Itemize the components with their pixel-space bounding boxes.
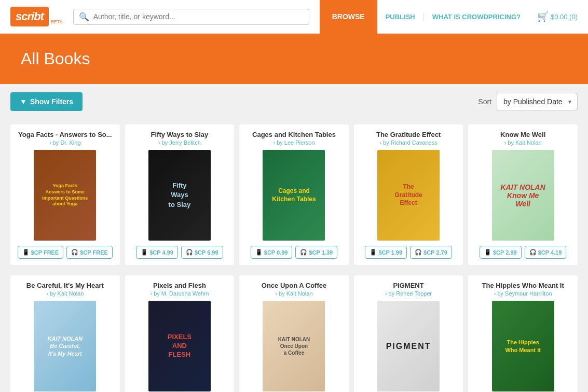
audio-icon: 🎧: [300, 249, 307, 256]
search-input[interactable]: [93, 12, 304, 21]
nav-publish-link[interactable]: PUBLISH: [377, 13, 424, 21]
book-cover-text-1-0: Yoga Facts Answers to Some Important Que…: [38, 179, 92, 212]
filter-icon: ▼: [20, 97, 27, 106]
read-icon: 📱: [370, 249, 377, 256]
beta-badge: BETA: [51, 19, 63, 24]
sort-label: Sort: [478, 97, 491, 106]
author-chevron-icon: ›: [379, 139, 381, 146]
book-title-2-3: PIGMENT: [393, 282, 423, 289]
book-title-1-3: The Gratitude Effect: [376, 131, 441, 138]
show-filters-button[interactable]: ▼ Show Filters: [10, 92, 83, 111]
book-card-1-4: Know Me Well› by Kait NolanKAIT NOLAN Kn…: [468, 124, 578, 265]
book-cover-text-2-1: PIXELS AND FLESH: [168, 333, 192, 359]
author-chevron-icon: ›: [504, 139, 507, 146]
book-buttons-1-3: 📱 $CP 1.99🎧 $CP 2.79: [365, 246, 452, 259]
book-cover-1-3[interactable]: The Gratitude Effect: [377, 150, 440, 241]
author-chevron-icon: ›: [46, 290, 48, 297]
search-icon: 🔍: [79, 12, 89, 22]
sort-select[interactable]: by Published Date by Title by Author by …: [497, 93, 578, 110]
book-card-1-0: Yoga Facts - Answers to So...› by Dr. Ki…: [10, 124, 120, 265]
book-author-2-2[interactable]: › by Kait Nolan: [275, 290, 312, 297]
book-cover-text-1-3: The Gratitude Effect: [394, 183, 422, 207]
book-cover-2-0[interactable]: KAIT NOLAN Be Careful, It's My Heart: [34, 301, 96, 391]
book-card-2-3: PIGMENT› by Renee TopperPIGMENT: [354, 275, 463, 392]
book-btn-read-1-0[interactable]: 📱 $CP FREE: [18, 246, 64, 259]
author-chevron-icon: ›: [150, 290, 152, 297]
book-btn-audio-1-0[interactable]: 🎧 $CP FREE: [66, 246, 113, 259]
book-btn-read-1-4[interactable]: 📱 $CP 2.99: [480, 246, 522, 259]
author-chevron-icon: ›: [385, 290, 387, 297]
book-btn-read-1-2[interactable]: 📱 $CP 0.99: [251, 246, 293, 259]
book-title-1-2: Cages and Kitchen Tables: [252, 131, 336, 138]
book-author-2-1[interactable]: › by M. Darusha Wehm: [150, 290, 209, 297]
nav-crowdpricing-link[interactable]: WHAT IS CROWDPRICING?: [424, 13, 529, 21]
book-author-1-4[interactable]: › by Kait Nolan: [504, 139, 542, 146]
books-row-2: Be Careful, It's My Heart› by Kait Nolan…: [10, 275, 578, 392]
book-cover-text-1-4: KAIT NOLAN Know Me Well: [501, 183, 545, 208]
book-buttons-1-4: 📱 $CP 2.99🎧 $CP 4.19: [480, 246, 566, 259]
book-title-1-4: Know Me Well: [500, 131, 545, 138]
book-cover-2-2[interactable]: KAIT NOLAN Once Upon a Coffee: [263, 301, 325, 391]
cart-area[interactable]: 🛒 $0.00 (0): [529, 11, 578, 22]
book-title-2-0: Be Careful, It's My Heart: [26, 282, 104, 289]
book-buttons-1-1: 📱 $CP 4.99🎧 $CP 6.99: [136, 246, 223, 259]
logo[interactable]: scribt: [10, 7, 49, 26]
author-chevron-icon: ›: [494, 290, 496, 297]
audio-icon: 🎧: [529, 249, 537, 256]
header: scribt BETA 🔍 BROWSE PUBLISH WHAT IS CRO…: [0, 0, 588, 34]
audio-icon: 🎧: [71, 249, 78, 256]
author-chevron-icon: ›: [158, 139, 160, 146]
book-btn-audio-1-2[interactable]: 🎧 $CP 1.39: [295, 246, 337, 259]
sort-area: Sort by Published Date by Title by Autho…: [478, 93, 578, 110]
cart-icon: 🛒: [537, 11, 549, 22]
author-chevron-icon: ›: [275, 290, 277, 297]
book-cover-1-2[interactable]: Cages and Kitchen Tables: [263, 150, 325, 241]
cart-total: $0.00 (0): [551, 13, 578, 21]
book-cover-text-2-0: KAIT NOLAN Be Careful, It's My Heart: [47, 335, 83, 357]
page-title: All Books: [21, 49, 567, 68]
book-cover-2-3[interactable]: PIGMENT: [377, 301, 440, 391]
book-cover-1-0[interactable]: Yoga Facts Answers to Some Important Que…: [34, 150, 96, 241]
books-row-1: Yoga Facts - Answers to So...› by Dr. Ki…: [10, 124, 578, 265]
book-cover-1-1[interactable]: Fifty Ways to Slay: [148, 150, 211, 241]
book-title-2-4: The Hippies Who Meant It: [482, 282, 564, 289]
book-buttons-1-2: 📱 $CP 0.99🎧 $CP 1.39: [251, 246, 337, 259]
book-author-1-3[interactable]: › by Richard Cavaness: [379, 139, 437, 146]
book-author-1-1[interactable]: › by Jerry Belitch: [158, 139, 201, 146]
audio-icon: 🎧: [415, 249, 422, 256]
read-icon: 📱: [22, 249, 30, 256]
book-card-2-1: Pixels and Flesh› by M. Darusha WehmPIXE…: [125, 275, 235, 392]
book-cover-2-1[interactable]: PIXELS AND FLESH: [148, 301, 211, 391]
author-chevron-icon: ›: [273, 139, 275, 146]
author-chevron-icon: ›: [49, 139, 51, 146]
book-card-1-1: Fifty Ways to Slay› by Jerry BelitchFift…: [125, 124, 235, 265]
nav-links: BROWSE PUBLISH WHAT IS CROWDPRICING? 🛒 $…: [320, 0, 578, 34]
book-cover-text-2-2: KAIT NOLAN Once Upon a Coffee: [278, 336, 310, 356]
sort-select-wrap: by Published Date by Title by Author by …: [497, 93, 578, 110]
book-author-1-2[interactable]: › by Lee Pierson: [273, 139, 314, 146]
book-title-2-2: Once Upon A Coffee: [262, 282, 326, 289]
book-btn-read-1-1[interactable]: 📱 $CP 4.99: [136, 246, 178, 259]
search-area[interactable]: 🔍: [73, 9, 309, 25]
book-author-1-0[interactable]: › by Dr. King: [49, 139, 80, 146]
book-title-1-1: Fifty Ways to Slay: [151, 131, 209, 138]
nav-browse-link[interactable]: BROWSE: [320, 0, 377, 34]
book-author-2-0[interactable]: › by Kait Nolan: [46, 290, 84, 297]
read-icon: 📱: [141, 249, 148, 256]
book-btn-audio-1-4[interactable]: 🎧 $CP 4.19: [525, 246, 567, 259]
book-cover-text-1-2: Cages and Kitchen Tables: [272, 187, 316, 203]
book-author-2-3[interactable]: › by Renee Topper: [385, 290, 432, 297]
book-author-2-4[interactable]: › by Seymour Hamilton: [494, 290, 552, 297]
read-icon: 📱: [255, 249, 263, 256]
audio-icon: 🎧: [186, 249, 193, 256]
book-cover-2-4[interactable]: The Hippies Who Meant It: [492, 301, 554, 391]
book-card-1-2: Cages and Kitchen Tables› by Lee Pierson…: [239, 124, 349, 265]
book-btn-audio-1-1[interactable]: 🎧 $CP 6.99: [181, 246, 223, 259]
book-btn-read-1-3[interactable]: 📱 $CP 1.99: [365, 246, 407, 259]
book-cover-text-2-3: PIGMENT: [386, 342, 431, 351]
book-card-2-4: The Hippies Who Meant It› by Seymour Ham…: [468, 275, 578, 392]
book-cover-1-4[interactable]: KAIT NOLAN Know Me Well: [492, 150, 554, 241]
hero-banner: All Books: [0, 34, 588, 84]
book-card-2-2: Once Upon A Coffee› by Kait NolanKAIT NO…: [239, 275, 349, 392]
book-btn-audio-1-3[interactable]: 🎧 $CP 2.79: [410, 246, 452, 259]
